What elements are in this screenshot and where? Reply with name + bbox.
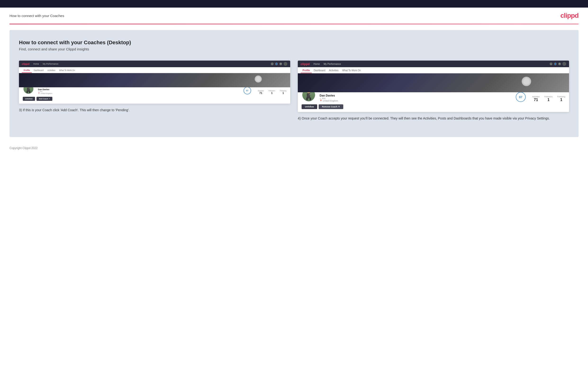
left-stat-activities: Activities 71 [258, 90, 264, 94]
footer: Copyright Clippd 2022 [0, 143, 588, 154]
left-profile-name: Dan Davies [38, 88, 240, 91]
left-screenshot-col: clippd Home My Performance ⌕ 👤 ⚙ Profile… [19, 61, 290, 121]
right-mockup: clippd Home My Performance ⌕ 👤 ⚙ Profile… [298, 61, 569, 112]
left-tab-dashboard[interactable]: Dashboard [32, 68, 45, 73]
right-unfollow-button[interactable]: Unfollow [302, 104, 317, 109]
left-profile-badge: ✓ Pro [38, 91, 240, 92]
svg-rect-7 [306, 98, 308, 100]
right-stat-followers: Followers 1 [545, 96, 553, 102]
right-banner [298, 73, 569, 92]
left-mockup-tabs: Profile Dashboard Activities What To Wor… [19, 67, 290, 73]
page-title: How to connect with your Coaches [9, 14, 64, 18]
right-avatar[interactable] [562, 62, 566, 66]
left-quality-circle: 97 [243, 87, 251, 94]
main-content: How to connect with your Coaches (Deskto… [9, 30, 579, 137]
right-nav-performance: My Performance [324, 63, 341, 65]
top-bar [0, 0, 588, 8]
left-user-icon[interactable]: 👤 [275, 62, 278, 65]
right-quality-circle: 97 [516, 92, 526, 102]
right-user-icon[interactable]: 👤 [554, 62, 557, 65]
left-tab-whattoworkon[interactable]: What To Work On [57, 68, 77, 73]
page-heading: How to connect with your Coaches (Deskto… [19, 40, 569, 46]
right-tab-profile[interactable]: Profile [301, 68, 312, 73]
left-add-coach-button[interactable]: Add Coach + [36, 97, 52, 101]
left-mockup-nav: clippd Home My Performance ⌕ 👤 ⚙ [19, 61, 290, 67]
left-search-icon[interactable]: ⌕ [271, 62, 274, 65]
plus-icon: + [49, 98, 50, 100]
left-avatar[interactable] [284, 62, 287, 66]
screenshots-row: clippd Home My Performance ⌕ 👤 ⚙ Profile… [19, 61, 569, 121]
svg-rect-8 [310, 98, 311, 100]
right-mockup-logo: clippd [301, 62, 310, 66]
left-tab-activities[interactable]: Activities [45, 68, 57, 73]
left-nav-icons: ⌕ 👤 ⚙ [271, 62, 287, 66]
right-following-value: 1 [557, 98, 565, 102]
right-banner-circle [522, 77, 531, 86]
right-nav-icons: ⌕ 👤 ⚙ [550, 62, 566, 66]
cross-icon: ✕ [338, 106, 340, 108]
right-profile-location: 📍 United Kingdom [320, 100, 512, 102]
right-remove-coach-button[interactable]: Remove Coach ✕ [319, 104, 343, 109]
right-stat-following: Following 1 [557, 96, 565, 102]
left-activities-label: Activities [258, 90, 264, 92]
left-profile-buttons: Unfollow Add Coach + [23, 97, 286, 101]
right-activities-label: Activities [532, 96, 540, 98]
left-banner [19, 73, 290, 87]
left-tab-profile[interactable]: Profile [22, 68, 32, 73]
left-activities-value: 71 [258, 92, 264, 94]
header: How to connect with your Coaches clippd [0, 8, 588, 24]
right-stat-activities: Activities 71 [532, 96, 540, 102]
left-stat-following: Following 1 [280, 90, 286, 94]
svg-rect-2 [26, 91, 28, 93]
right-settings-icon[interactable]: ⚙ [558, 62, 561, 65]
right-search-icon[interactable]: ⌕ [550, 62, 553, 65]
right-profile-name: Dan Davies [320, 94, 512, 97]
right-profile-buttons: Unfollow Remove Coach ✕ [302, 104, 565, 109]
right-description: 4) Once your Coach accepts your request … [298, 116, 569, 121]
right-tab-whattoworkon[interactable]: What To Work On [340, 68, 363, 73]
left-nav-home: Home [33, 63, 39, 65]
page-subheading: Find, connect and share your Clippd insi… [19, 47, 569, 51]
right-profile-badge: ✓ Pro [320, 97, 512, 100]
right-tab-dashboard[interactable]: Dashboard [312, 68, 327, 73]
left-profile-location: 📍 United Kingdom [38, 92, 240, 94]
left-nav-performance: My Performance [43, 63, 58, 65]
logo: clippd [561, 12, 579, 19]
right-followers-label: Followers [545, 96, 553, 98]
svg-rect-3 [29, 91, 30, 93]
left-followers-value: 1 [269, 92, 275, 94]
left-banner-circle [255, 75, 262, 83]
right-activities-value: 71 [532, 98, 540, 102]
header-divider [9, 24, 579, 24]
left-followers-label: Followers [269, 90, 275, 92]
left-profile-info: Dan Davies ✓ Pro 📍 United Kingdom [38, 88, 240, 94]
left-description: 3) If this is your Coach click 'Add Coac… [19, 108, 290, 113]
left-following-value: 1 [280, 92, 286, 94]
right-screenshot-col: clippd Home My Performance ⌕ 👤 ⚙ Profile… [298, 61, 569, 121]
left-mockup-logo: clippd [22, 62, 29, 65]
left-settings-icon[interactable]: ⚙ [279, 62, 282, 65]
left-unfollow-button[interactable]: Unfollow [23, 97, 35, 101]
right-followers-value: 1 [545, 98, 553, 102]
right-mockup-nav: clippd Home My Performance ⌕ 👤 ⚙ [298, 61, 569, 67]
copyright-text: Copyright Clippd 2022 [9, 146, 38, 150]
left-mockup: clippd Home My Performance ⌕ 👤 ⚙ Profile… [19, 61, 290, 104]
right-mockup-tabs: Profile Dashboard Activities What To Wor… [298, 67, 569, 73]
left-stat-followers: Followers 1 [269, 90, 275, 94]
right-following-label: Following [557, 96, 565, 98]
right-tab-activities[interactable]: Activities [327, 68, 340, 73]
left-following-label: Following [280, 90, 286, 92]
right-profile-info: Dan Davies ✓ Pro 📍 United Kingdom [320, 94, 512, 102]
right-nav-home: Home [313, 63, 320, 65]
